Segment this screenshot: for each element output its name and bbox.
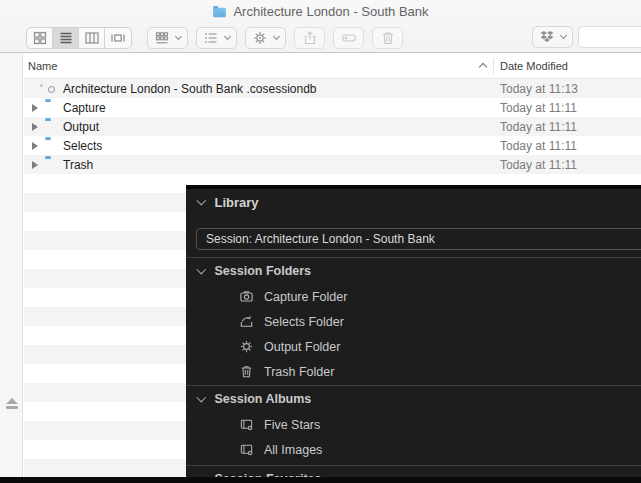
file-date-modified: Today at 11:11 xyxy=(500,120,577,134)
finder-window: Architecture London - South Bank xyxy=(0,0,641,483)
background-window-edge xyxy=(0,477,641,483)
file-date-modified: Today at 11:13 xyxy=(500,82,578,96)
smart-album-icon xyxy=(239,442,254,457)
file-name: Selects xyxy=(63,139,102,153)
library-panel-header[interactable]: Library xyxy=(186,189,641,215)
gallery-view-icon xyxy=(110,30,126,46)
trash-button[interactable] xyxy=(372,27,403,49)
grid-view-icon xyxy=(32,30,48,46)
sort-icon xyxy=(203,30,219,46)
list-item-capture-folder[interactable]: Capture Folder xyxy=(186,284,641,309)
item-label: Output Folder xyxy=(264,340,340,354)
list-view-icon xyxy=(58,30,74,46)
share-icon xyxy=(302,30,318,46)
list-item-trash-folder[interactable]: Trash Folder xyxy=(186,359,641,384)
gallery-view-button[interactable] xyxy=(105,28,131,48)
session-selector-dropdown[interactable]: Session: Architecture London - South Ban… xyxy=(196,228,641,250)
section-label: Session Folders xyxy=(215,264,312,278)
tag-icon xyxy=(341,30,357,46)
library-panel-title: Library xyxy=(215,195,259,210)
share-button[interactable] xyxy=(294,27,325,49)
sort-button[interactable] xyxy=(196,27,237,49)
session-selector-label: Session: Architecture London - South Ban… xyxy=(206,232,435,246)
table-row-capture[interactable]: Capture Today at 11:11 xyxy=(24,98,641,117)
title-folder-icon xyxy=(214,7,227,16)
column-header-name[interactable]: Name xyxy=(28,60,57,72)
item-label: Trash Folder xyxy=(264,365,334,379)
chevron-down-icon xyxy=(197,265,206,274)
gear-icon xyxy=(252,30,268,46)
table-row-selects[interactable]: Selects Today at 11:11 xyxy=(24,136,641,155)
window-chrome: Architecture London - South Bank xyxy=(0,0,641,53)
disclosure-triangle-icon[interactable] xyxy=(32,123,38,131)
disclosure-triangle-icon[interactable] xyxy=(32,161,38,169)
file-name: Capture xyxy=(63,101,106,115)
chevron-down-icon xyxy=(197,393,206,402)
action-gear-button[interactable] xyxy=(245,27,286,49)
file-name: Architecture London - South Bank .cosess… xyxy=(63,82,317,96)
table-row-trash[interactable]: Trash Today at 11:11 xyxy=(24,155,641,174)
file-date-modified: Today at 11:11 xyxy=(500,158,577,172)
disclosure-triangle-icon[interactable] xyxy=(32,142,38,150)
dropbox-icon xyxy=(539,29,555,45)
chevron-down-icon xyxy=(560,32,567,39)
file-date-modified: Today at 11:11 xyxy=(500,139,577,153)
column-view-icon xyxy=(84,30,100,46)
dropbox-button[interactable] xyxy=(532,26,573,48)
item-label: All Images xyxy=(264,443,322,457)
chevron-down-icon xyxy=(273,32,280,39)
column-header-date-modified[interactable]: Date Modified xyxy=(500,60,568,72)
trash-icon xyxy=(239,364,254,379)
list-item-all-images[interactable]: All Images xyxy=(186,437,641,462)
list-item-five-stars[interactable]: Five Stars xyxy=(186,412,641,437)
section-header-session-albums[interactable]: Session Albums xyxy=(186,386,641,412)
view-mode-segmented-control xyxy=(26,27,132,49)
tag-button[interactable] xyxy=(333,27,364,49)
group-button[interactable] xyxy=(147,27,188,49)
library-panel: Library Session: Architecture London - S… xyxy=(186,185,641,477)
column-divider[interactable] xyxy=(493,58,494,74)
selects-tray-icon xyxy=(239,314,254,329)
group-icon xyxy=(154,30,170,46)
section-label: Session Albums xyxy=(215,392,312,406)
list-column-headers: Name Date Modified xyxy=(24,54,641,79)
file-date-modified: Today at 11:11 xyxy=(500,101,577,115)
grid-view-button[interactable] xyxy=(27,28,53,48)
item-label: Selects Folder xyxy=(264,315,344,329)
list-view-button[interactable] xyxy=(53,28,79,48)
table-row-session-file[interactable]: Architecture London - South Bank .cosess… xyxy=(24,79,641,98)
chevron-down-icon xyxy=(224,32,231,39)
list-item-selects-folder[interactable]: Selects Folder xyxy=(186,309,641,334)
trash-icon xyxy=(380,30,396,46)
eject-button[interactable] xyxy=(5,398,18,409)
file-name: Output xyxy=(63,120,99,134)
title-bar[interactable]: Architecture London - South Bank xyxy=(0,0,641,22)
file-name: Trash xyxy=(63,158,93,172)
table-row-output[interactable]: Output Today at 11:11 xyxy=(24,117,641,136)
collapsed-sidebar xyxy=(0,53,23,477)
chevron-down-icon xyxy=(197,196,206,205)
disclosure-triangle-icon[interactable] xyxy=(32,104,38,112)
item-label: Capture Folder xyxy=(264,290,347,304)
chevron-down-icon xyxy=(175,32,182,39)
gear-icon xyxy=(239,339,254,354)
eject-icon xyxy=(6,398,18,404)
section-header-session-favorites[interactable]: Session Favorites xyxy=(186,466,641,477)
column-view-button[interactable] xyxy=(79,28,105,48)
sort-ascending-icon xyxy=(479,63,487,71)
smart-album-icon xyxy=(239,417,254,432)
eject-icon-bar xyxy=(6,406,18,409)
window-title: Architecture London - South Bank xyxy=(233,4,428,19)
item-label: Five Stars xyxy=(264,418,320,432)
camera-icon xyxy=(239,289,254,304)
search-input[interactable] xyxy=(578,26,641,48)
list-item-output-folder[interactable]: Output Folder xyxy=(186,334,641,359)
section-header-session-folders[interactable]: Session Folders xyxy=(186,258,641,284)
